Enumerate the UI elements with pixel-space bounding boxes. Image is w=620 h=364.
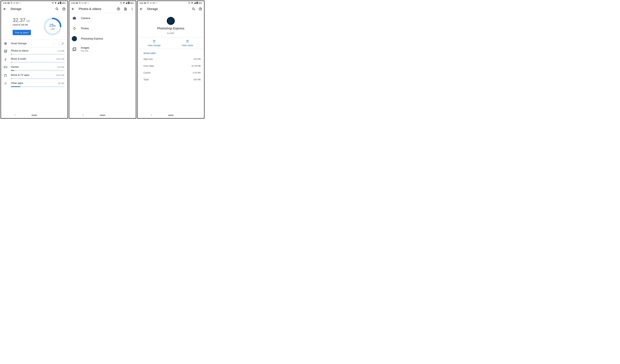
wifi-icon bbox=[123, 2, 125, 4]
more-icon: ••• bbox=[150, 2, 152, 4]
svg-rect-17 bbox=[4, 43, 7, 44]
movie-icon bbox=[3, 74, 8, 77]
category-photos-videos[interactable]: Photos & videos1.3 GB bbox=[1, 47, 68, 55]
svg-line-69 bbox=[194, 9, 195, 10]
help-button[interactable] bbox=[62, 7, 65, 11]
svg-rect-16 bbox=[4, 43, 7, 43]
sync-icon bbox=[147, 2, 149, 4]
nav-home-button[interactable] bbox=[100, 115, 105, 116]
storage-donut: 25% used bbox=[43, 17, 62, 36]
svg-point-0 bbox=[8, 2, 8, 3]
svg-point-50 bbox=[132, 9, 132, 9]
free-up-space-button[interactable]: Free up space bbox=[13, 30, 31, 35]
app-bar: Storage bbox=[138, 5, 204, 13]
svg-point-33 bbox=[5, 84, 6, 84]
vibrate-icon bbox=[120, 2, 122, 4]
help-button[interactable] bbox=[199, 7, 202, 11]
svg-point-36 bbox=[77, 2, 78, 3]
svg-rect-61 bbox=[189, 2, 190, 3]
storage-summary: 32.37 GB Used of 128 GB Free up space 25… bbox=[1, 13, 68, 40]
page-title: Storage bbox=[10, 7, 51, 11]
app-version: 6.4.597 bbox=[167, 32, 174, 34]
svg-rect-9 bbox=[60, 2, 61, 2]
app-hero-icon: Ps bbox=[167, 17, 175, 25]
apps-icon bbox=[3, 82, 8, 85]
svg-point-59 bbox=[145, 2, 146, 3]
voicemail-icon bbox=[144, 2, 146, 4]
wifi-icon bbox=[191, 2, 193, 4]
pct-value: 25 bbox=[49, 23, 54, 28]
trash-icon bbox=[186, 40, 189, 43]
smart-storage-row[interactable]: Smart Storage bbox=[1, 40, 68, 47]
status-battery: 98% bbox=[62, 2, 65, 4]
section-header: SPACE USED bbox=[138, 49, 204, 56]
nav-back-button[interactable] bbox=[82, 114, 84, 117]
more-icon: ••• bbox=[13, 2, 15, 4]
svg-point-25 bbox=[6, 67, 7, 68]
search-in-page-button[interactable] bbox=[124, 7, 127, 11]
photoshop-icon: Ps bbox=[72, 36, 77, 41]
voicemail-icon bbox=[76, 2, 78, 4]
app-row-photoshop-express[interactable]: Ps Photoshop Express bbox=[69, 33, 136, 44]
app-hero: Ps Photoshop Express 6.4.597 bbox=[138, 13, 204, 37]
overflow-button[interactable] bbox=[130, 7, 134, 11]
status-bar: 4:09 ••• 67° • 98% bbox=[138, 1, 204, 5]
image-icon bbox=[3, 50, 8, 53]
back-button[interactable] bbox=[71, 7, 75, 11]
svg-point-34 bbox=[6, 84, 7, 84]
svg-rect-3 bbox=[52, 2, 53, 3]
nav-back-button[interactable] bbox=[151, 114, 153, 117]
svg-point-30 bbox=[5, 83, 6, 84]
search-button[interactable] bbox=[55, 7, 59, 11]
app-row-camera[interactable]: Camera bbox=[69, 13, 136, 23]
nav-bar bbox=[1, 112, 68, 118]
app-row-photos[interactable]: Photos bbox=[69, 23, 136, 33]
status-bar: 4:08 ••• 67° • 98% bbox=[1, 1, 68, 5]
svg-rect-67 bbox=[197, 2, 197, 2]
nav-back-button[interactable] bbox=[14, 114, 16, 117]
nav-home-button[interactable] bbox=[168, 115, 174, 116]
status-temp: 67° bbox=[84, 2, 87, 4]
app-bar: Storage bbox=[1, 5, 68, 13]
page-title: Photos & videos bbox=[79, 7, 113, 11]
svg-point-28 bbox=[6, 82, 7, 83]
help-button[interactable] bbox=[117, 7, 120, 11]
category-music-audio[interactable]: Music & audio0.61 GB bbox=[1, 55, 68, 63]
svg-point-24 bbox=[6, 67, 6, 67]
smart-storage-toggle[interactable] bbox=[59, 42, 64, 45]
clear-cache-button[interactable]: Clear cache bbox=[171, 37, 204, 49]
music-icon bbox=[3, 58, 8, 61]
app-name: Photoshop Express bbox=[157, 27, 185, 30]
page-title: Storage bbox=[147, 7, 188, 11]
search-button[interactable] bbox=[192, 7, 195, 11]
svg-point-55 bbox=[74, 18, 75, 19]
action-row: Clear storage Clear cache bbox=[138, 37, 204, 49]
svg-point-10 bbox=[56, 8, 58, 10]
trash-icon bbox=[153, 40, 156, 43]
svg-point-51 bbox=[132, 10, 132, 10]
nav-bar bbox=[138, 112, 204, 118]
status-battery: 98% bbox=[130, 2, 134, 4]
clear-storage-button[interactable]: Clear storage bbox=[138, 37, 171, 49]
svg-point-27 bbox=[5, 82, 6, 83]
signal-icon bbox=[194, 2, 196, 4]
back-button[interactable] bbox=[140, 7, 143, 11]
nav-home-button[interactable] bbox=[31, 115, 37, 116]
status-time: 4:08 bbox=[3, 2, 7, 4]
storage-icon bbox=[3, 42, 8, 45]
category-other-apps[interactable]: Other apps20 GB bbox=[1, 80, 68, 88]
back-button[interactable] bbox=[3, 7, 6, 11]
svg-line-11 bbox=[58, 9, 58, 10]
battery-icon bbox=[128, 2, 130, 4]
category-games[interactable]: Games5.6 GB bbox=[1, 63, 68, 72]
voicemail-icon bbox=[7, 2, 10, 4]
status-time: 4:08 bbox=[71, 2, 75, 4]
svg-rect-38 bbox=[121, 2, 122, 3]
pct-sign: % bbox=[54, 25, 56, 27]
app-bar: Photos & videos bbox=[69, 5, 136, 13]
vibrate-icon bbox=[52, 2, 54, 4]
used-value: 32.37 bbox=[13, 17, 25, 23]
sync-icon bbox=[79, 2, 81, 4]
category-movie-tv[interactable]: Movie & TV apps0.41 GB bbox=[1, 72, 68, 80]
folder-row-images[interactable]: Images 605 MB bbox=[69, 44, 136, 55]
